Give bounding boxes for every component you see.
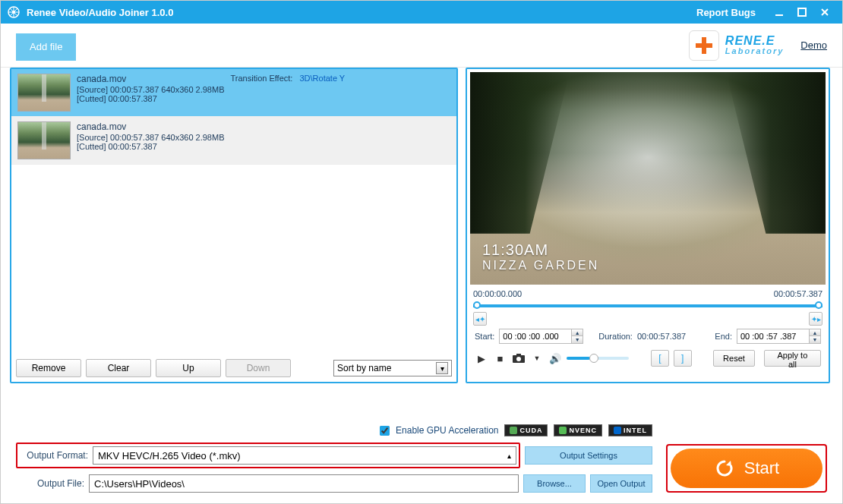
- controls-row: ▶ ■ ▼ 🔊 [ ] Reset Apply to all: [467, 347, 829, 370]
- clear-button[interactable]: Clear: [86, 359, 151, 377]
- end-time-field[interactable]: [737, 329, 809, 343]
- mark-in-button[interactable]: ◂✦: [473, 312, 487, 326]
- brand-logo: RENE.E Laboratory: [689, 30, 784, 61]
- refresh-icon: [714, 458, 735, 479]
- preview-overlay-text: 11:30AM NIZZA GARDEN: [482, 241, 599, 272]
- file-thumbnail: [17, 74, 71, 112]
- duration-label: Duration:: [598, 332, 633, 341]
- demo-link[interactable]: Demo: [800, 39, 827, 51]
- file-name: canada.mov: [77, 121, 224, 132]
- end-label: End:: [715, 332, 732, 341]
- intel-badge: INTEL: [608, 424, 652, 436]
- nvenc-badge: NVENC: [554, 424, 602, 436]
- bracket-out-button[interactable]: ]: [674, 350, 692, 367]
- start-button[interactable]: Start: [671, 449, 822, 488]
- stop-button[interactable]: ■: [493, 351, 507, 366]
- output-format-label: Output Format:: [20, 450, 88, 461]
- file-source: [Source] 00:00:57.387 640x360 2.98MB: [77, 85, 224, 94]
- transition-effect: Transition Effect: 3D\Rotate Y: [230, 74, 345, 112]
- output-file-input[interactable]: [89, 474, 519, 493]
- svg-rect-11: [696, 43, 712, 48]
- svg-rect-6: [775, 14, 783, 16]
- preview-panel: 11:30AM NIZZA GARDEN 00:00:00.000 00:00:…: [466, 68, 830, 383]
- file-cutted: [Cutted] 00:00:57.387: [77, 142, 224, 151]
- file-info: canada.mov [Source] 00:00:57.387 640x360…: [77, 121, 224, 159]
- move-down-button: Down: [226, 359, 291, 377]
- snapshot-dropdown-icon[interactable]: ▼: [530, 351, 544, 366]
- start-spinner[interactable]: ▲▼: [571, 329, 583, 343]
- minimize-button[interactable]: [768, 5, 791, 20]
- file-info: canada.mov [Source] 00:00:57.387 640x360…: [77, 74, 224, 112]
- output-format-value: MKV HEVC/H.265 Video (*.mkv): [98, 450, 241, 461]
- app-window: Renee Video/Audio Joiner 1.0.0 Report Bu…: [0, 0, 843, 504]
- svg-rect-13: [516, 354, 521, 356]
- reset-button[interactable]: Reset: [713, 350, 755, 367]
- bracket-in-button[interactable]: [: [651, 350, 669, 367]
- file-list: canada.mov [Source] 00:00:57.387 640x360…: [11, 69, 456, 354]
- start-time-field[interactable]: [500, 329, 571, 343]
- file-list-panel: canada.mov [Source] 00:00:57.387 640x360…: [10, 68, 458, 383]
- add-file-button[interactable]: Add file: [16, 33, 76, 61]
- start-label: Start: [744, 458, 779, 478]
- brand-cross-icon: [689, 30, 719, 61]
- marker-row: ◂✦ ✦▸: [467, 312, 829, 326]
- time-row: 00:00:00.000 00:00:57.387: [467, 288, 829, 300]
- bottom-area: Enable GPU Acceleration CUDA NVENC INTEL…: [1, 418, 842, 503]
- toolbar: Add file RENE.E Laboratory Demo: [1, 24, 842, 68]
- output-format-highlight: Output Format: MKV HEVC/H.265 Video (*.m…: [16, 443, 520, 468]
- gpu-row: Enable GPU Acceleration CUDA NVENC INTEL: [16, 424, 652, 436]
- start-highlight: Start: [666, 444, 827, 493]
- video-preview[interactable]: 11:30AM NIZZA GARDEN: [470, 72, 826, 285]
- move-up-button[interactable]: Up: [156, 359, 221, 377]
- start-label: Start:: [475, 332, 494, 341]
- chevron-up-icon: ▴: [507, 452, 511, 460]
- file-item[interactable]: canada.mov [Source] 00:00:57.387 640x360…: [11, 69, 456, 117]
- time-total: 00:00:57.387: [774, 289, 822, 298]
- sort-label: Sort by name: [337, 363, 391, 373]
- end-time-input[interactable]: ▲▼: [737, 329, 821, 344]
- start-time-input[interactable]: ▲▼: [499, 329, 583, 344]
- window-title: Renee Video/Audio Joiner 1.0.0: [27, 7, 696, 18]
- volume-icon[interactable]: 🔊: [548, 351, 562, 366]
- svg-rect-7: [798, 8, 806, 16]
- remove-button[interactable]: Remove: [16, 359, 81, 377]
- output-file-label: Output File:: [16, 478, 84, 489]
- snapshot-button[interactable]: [512, 351, 526, 366]
- gpu-checkbox[interactable]: [380, 426, 390, 436]
- gpu-label: Enable GPU Acceleration: [396, 425, 498, 436]
- mark-out-button[interactable]: ✦▸: [809, 312, 822, 326]
- chevron-down-icon: ▾: [436, 362, 448, 374]
- svg-point-14: [516, 357, 521, 361]
- sort-dropdown[interactable]: Sort by name ▾: [333, 360, 452, 376]
- apply-all-button[interactable]: Apply to all: [764, 350, 821, 367]
- app-logo-icon: [7, 5, 21, 19]
- file-thumbnail: [17, 121, 71, 159]
- output-format-dropdown[interactable]: MKV HEVC/H.265 Video (*.mkv) ▴: [93, 446, 516, 465]
- duration-value: 00:00:57.387: [637, 332, 686, 341]
- main-row: canada.mov [Source] 00:00:57.387 640x360…: [1, 68, 842, 418]
- svg-point-5: [12, 11, 15, 14]
- list-actions-row: Remove Clear Up Down Sort by name ▾: [11, 354, 456, 382]
- output-settings-column: Enable GPU Acceleration CUDA NVENC INTEL…: [16, 424, 652, 493]
- cuda-badge: CUDA: [504, 424, 548, 436]
- close-button[interactable]: [813, 5, 836, 20]
- seek-slider[interactable]: [473, 300, 822, 310]
- report-bugs-link[interactable]: Report Bugs: [696, 7, 756, 18]
- play-button[interactable]: ▶: [475, 351, 488, 366]
- file-source: [Source] 00:00:57.387 640x360 2.98MB: [77, 133, 224, 142]
- maximize-button[interactable]: [791, 5, 813, 20]
- end-spinner[interactable]: ▲▼: [809, 329, 820, 343]
- output-format-row: Output Format: MKV HEVC/H.265 Video (*.m…: [16, 443, 652, 468]
- range-row: Start: ▲▼ Duration: 00:00:57.387 End: ▲▼: [467, 326, 829, 347]
- time-current: 00:00:00.000: [473, 289, 522, 298]
- brand-text: RENE.E Laboratory: [725, 35, 784, 55]
- file-cutted: [Cutted] 00:00:57.387: [77, 94, 224, 103]
- output-settings-button[interactable]: Output Settings: [525, 446, 652, 465]
- file-item[interactable]: canada.mov [Source] 00:00:57.387 640x360…: [11, 117, 456, 165]
- volume-slider[interactable]: [567, 357, 629, 360]
- open-output-button[interactable]: Open Output: [590, 474, 652, 493]
- file-name: canada.mov: [77, 74, 224, 84]
- browse-button[interactable]: Browse...: [523, 474, 586, 493]
- transition-value[interactable]: 3D\Rotate Y: [299, 74, 345, 83]
- output-file-row: Output File: Browse... Open Output: [16, 474, 652, 493]
